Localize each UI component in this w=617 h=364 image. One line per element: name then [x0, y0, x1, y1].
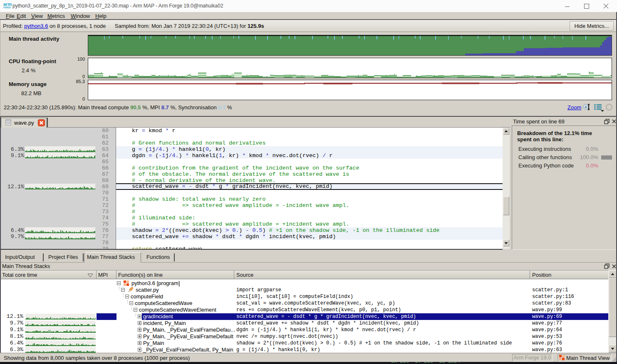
- svg-text:A: A: [585, 105, 587, 109]
